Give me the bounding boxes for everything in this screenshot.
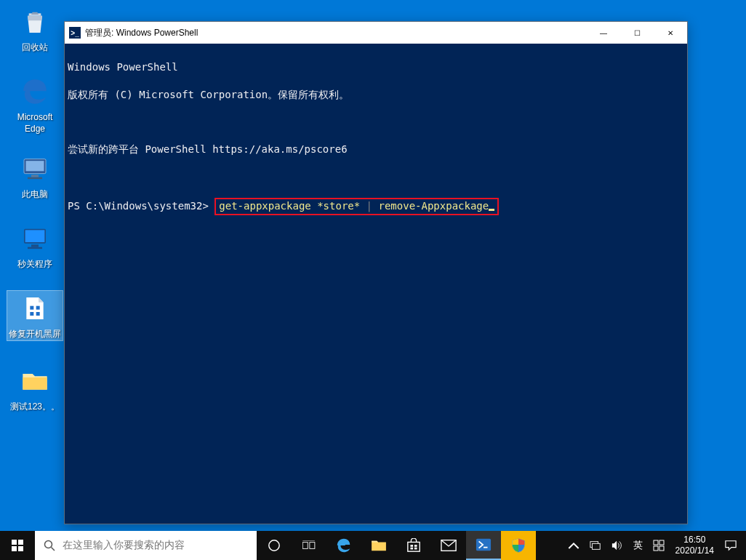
svg-rect-21	[310, 543, 315, 549]
taskbar-search[interactable]: 在这里输入你要搜索的内容	[35, 531, 257, 560]
svg-rect-23	[408, 542, 420, 551]
recycle-bin-icon	[17, 4, 52, 39]
cursor	[489, 209, 494, 211]
desktop-icon-label: Microsoft Edge	[7, 112, 63, 135]
highlighted-command: get-appxpackage *store* | remove-Appxpac…	[214, 198, 499, 215]
start-button[interactable]	[0, 531, 35, 560]
network-icon[interactable]	[585, 531, 606, 560]
desktop-icon-label: 回收站	[7, 42, 63, 54]
desktop-icon-label: 此电脑	[7, 189, 63, 201]
svg-rect-35	[654, 546, 658, 551]
window-title: 管理员: Windows PowerShell	[85, 27, 587, 39]
desktop-icon-label: 修复开机黑屏	[7, 329, 63, 340]
fix-blackscreen-icon	[17, 291, 52, 326]
taskbar-clock[interactable]: 16:50 2020/1/14	[670, 535, 720, 556]
desktop-icon-label: 测试123。。	[7, 401, 63, 413]
svg-rect-9	[30, 306, 33, 310]
svg-rect-8	[28, 247, 42, 249]
terminal-line: 版权所有 (C) Microsoft Corporation。保留所有权利。	[65, 88, 687, 102]
taskbar-app-edge[interactable]	[326, 531, 361, 560]
taskbar-app-mail[interactable]	[431, 531, 466, 560]
svg-rect-12	[36, 312, 40, 316]
svg-rect-15	[12, 546, 17, 551]
system-tray: 英 16:50 2020/1/14	[563, 531, 746, 560]
cortana-button[interactable]	[257, 531, 292, 560]
powershell-window: >_ 管理员: Windows PowerShell — ☐ ✕ Windows…	[64, 21, 688, 524]
terminal-line	[65, 115, 687, 129]
svg-rect-24	[410, 545, 413, 547]
svg-rect-2	[26, 161, 44, 171]
ime-indicator[interactable]: 英	[628, 531, 648, 560]
action-center-button[interactable]	[720, 531, 742, 560]
search-placeholder: 在这里输入你要搜索的内容	[63, 539, 185, 552]
svg-rect-6	[25, 230, 45, 242]
taskbar-app-store[interactable]	[396, 531, 431, 560]
svg-rect-32	[592, 543, 600, 549]
terminal-prompt-line: PS C:\Windows\system32> get-appxpackage …	[65, 198, 687, 215]
svg-rect-25	[414, 545, 417, 547]
maximize-button[interactable]: ☐	[620, 22, 654, 44]
powershell-icon: >_	[69, 27, 81, 39]
folder-icon	[17, 364, 52, 399]
titlebar[interactable]: >_ 管理员: Windows PowerShell — ☐ ✕	[65, 22, 687, 44]
close-button[interactable]: ✕	[654, 22, 687, 44]
svg-rect-34	[659, 540, 664, 545]
taskbar-app-powershell[interactable]	[466, 531, 501, 560]
terminal-line: Windows PowerShell	[65, 60, 687, 74]
svg-line-18	[52, 548, 55, 551]
task-view-button[interactable]	[292, 531, 326, 560]
edge-icon	[17, 74, 52, 109]
desktop-icon-recycle-bin[interactable]: 回收站	[7, 4, 63, 54]
svg-rect-33	[654, 540, 658, 545]
terminal-line: 尝试新的跨平台 PowerShell https://aka.ms/pscore…	[65, 143, 687, 156]
svg-point-19	[269, 540, 279, 551]
taskbar-app-security[interactable]	[501, 531, 536, 560]
desktop-icon-shutdown-prog[interactable]: 秒关程序	[7, 221, 63, 271]
this-pc-icon	[17, 151, 52, 186]
desktop-icon-this-pc[interactable]: 此电脑	[7, 151, 63, 201]
svg-rect-26	[410, 548, 413, 550]
desktop-icon-test-folder[interactable]: 测试123。。	[7, 364, 63, 413]
svg-point-17	[45, 541, 52, 548]
svg-rect-3	[31, 175, 39, 177]
clock-time: 16:50	[683, 535, 705, 545]
search-icon	[44, 540, 55, 551]
desktop-icon-edge[interactable]: Microsoft Edge	[7, 74, 63, 135]
volume-icon[interactable]	[606, 531, 628, 560]
minimize-button[interactable]: —	[587, 22, 620, 44]
taskbar-app-explorer[interactable]	[361, 531, 396, 560]
svg-rect-11	[30, 312, 33, 316]
terminal-line	[65, 170, 687, 184]
svg-rect-7	[31, 244, 39, 247]
svg-rect-10	[36, 306, 40, 310]
desktop-icon-label: 秒关程序	[7, 259, 63, 271]
svg-rect-36	[659, 546, 664, 551]
svg-rect-16	[18, 546, 23, 551]
svg-rect-4	[28, 177, 42, 180]
ime-mode-icon[interactable]	[648, 531, 670, 560]
svg-rect-27	[414, 548, 417, 550]
shutdown-prog-icon	[17, 221, 52, 256]
clock-date: 2020/1/14	[675, 545, 714, 556]
svg-rect-14	[18, 540, 23, 545]
terminal-body[interactable]: Windows PowerShell 版权所有 (C) Microsoft Co…	[65, 44, 687, 524]
desktop-icon-fix-blackscreen[interactable]: 修复开机黑屏	[7, 291, 63, 340]
tray-overflow-button[interactable]	[563, 531, 585, 560]
svg-rect-13	[12, 540, 17, 545]
terminal-prompt: PS C:\Windows\system32>	[68, 200, 209, 212]
taskbar: 在这里输入你要搜索的内容 英	[0, 531, 746, 560]
svg-rect-20	[302, 543, 308, 549]
